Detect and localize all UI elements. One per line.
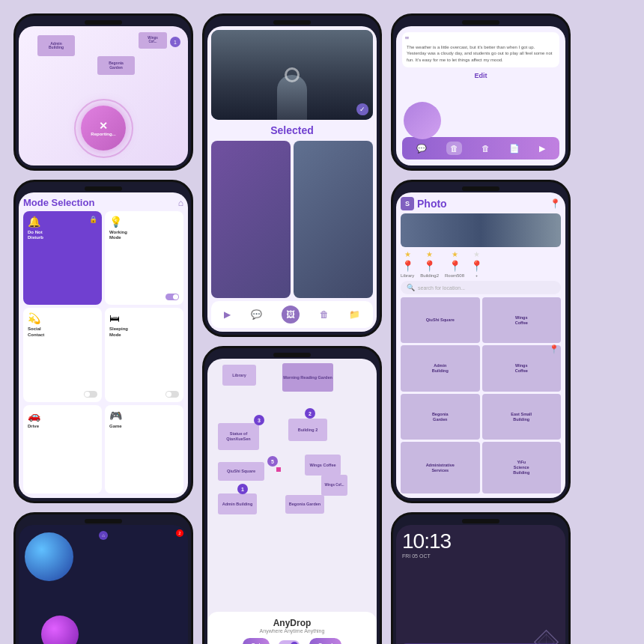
pin-library: 📍 (401, 260, 414, 272)
mode-title: Mode Selection (23, 197, 94, 208)
pin-building2: 📍 (423, 260, 436, 272)
social-label: SocialContact (28, 326, 44, 337)
map-wings2: Wings Cof... (321, 475, 347, 496)
screen-lockscreen: 10:13 FRI 05 OCT ANYDROP ANYDROP DESIGNE… (396, 525, 565, 644)
social-toggle[interactable] (84, 391, 97, 398)
map-reporting: 1 AdminBuilding BegoniaGarden WingsCof..… (19, 26, 188, 165)
screen-wallpaper: ⌂ 2 ‹ › (19, 525, 188, 644)
mode-social[interactable]: 💫 SocialContact (23, 308, 102, 401)
thumb-1[interactable] (211, 141, 291, 298)
cell-admin[interactable]: AdminBuilding (401, 345, 480, 391)
anydrop-controls: Set « » Send (215, 638, 369, 644)
phone-photo-location: S Photo 📍 ★ 📍 Library ★ 📍 Building2 (391, 180, 571, 503)
sleeping-label: SleepingMode (109, 326, 128, 337)
bookmarks-row: ★ 📍 Library ★ 📍 Building2 ★ 📍 Room508 ★ … (401, 250, 561, 278)
working-label: WorkingMode (109, 230, 127, 240)
pin-2: 2 (305, 408, 315, 419)
phone-photos: ✓ Selected ▶ 💬 🖼 🗑 📁 (202, 13, 382, 337)
building-wings: WingsCof... (139, 32, 167, 49)
cell-admin-svc[interactable]: AdministrativeServices (401, 442, 480, 493)
photo-thumbnails (211, 141, 373, 298)
car-icon: 🚗 (28, 410, 40, 422)
set-button[interactable]: Set (243, 638, 270, 644)
send-button[interactable]: Send (309, 638, 342, 644)
delete-icon[interactable]: 🗑 (320, 309, 329, 320)
pin-room508: 📍 (449, 260, 461, 272)
bookmark-library[interactable]: ★ 📍 Library (401, 250, 414, 278)
star-add: ★ (473, 250, 480, 258)
active-pin: 📍 (549, 344, 559, 354)
mode-dnd[interactable]: 🔔 Do NotDisturb 🔒 (23, 211, 102, 305)
image-tool-icon[interactable]: 🗑 (446, 142, 462, 155)
phone-reporting: 1 AdminBuilding BegoniaGarden WingsCof..… (13, 13, 193, 171)
message-icon[interactable]: 💬 (251, 309, 262, 320)
drive-label: Drive (28, 424, 39, 429)
location-map-grid: QiuShi Square WingsCoffee AdminBuilding … (401, 297, 561, 493)
selected-check: ✓ (358, 105, 368, 115)
lockscreen-content: 10:13 FRI 05 OCT ANYDROP ANYDROP DESIGNE… (396, 525, 565, 644)
folder-icon[interactable]: 📁 (349, 309, 360, 320)
purple-ball (41, 616, 79, 644)
phone-journal: ··· The weather is a little overcast, bu… (391, 13, 571, 171)
delete-tool-icon[interactable]: 🗑 (482, 144, 490, 153)
photo-toolbar: ▶ 💬 🖼 🗑 📁 (211, 301, 373, 328)
cell-wings1[interactable]: WingsCoffee (482, 297, 562, 343)
dnd-label: Do NotDisturb (28, 230, 43, 240)
location-search[interactable]: 🔍 search for location... (401, 281, 561, 294)
game-icon: 🎮 (109, 410, 122, 422)
screen-mode: Mode Selection ⌂ 🔔 Do NotDisturb 🔒 💡 Wor… (19, 192, 188, 498)
photos-content: ✓ Selected ▶ 💬 🖼 🗑 📁 (207, 26, 377, 332)
mode-content: Mode Selection ⌂ 🔔 Do NotDisturb 🔒 💡 Wor… (19, 192, 188, 498)
journal-toolbar: 💬 🗑 🗑 📄 ▶ (402, 137, 559, 160)
building-admin: AdminBuilding (37, 35, 75, 56)
selected-label: Selected (211, 124, 373, 136)
map-begonia: Begonia Garden (285, 495, 324, 514)
main-photo[interactable]: ✓ (211, 30, 373, 120)
cell-qiushi[interactable]: QiuShi Square (401, 297, 480, 343)
search-placeholder: search for location... (418, 285, 465, 291)
chat-tool-icon[interactable]: 💬 (416, 144, 427, 154)
mode-sleeping[interactable]: 🛏 SleepingMode (105, 308, 183, 401)
home-indicator[interactable]: ⌂ (99, 531, 108, 540)
lock-icon: 🔒 (89, 216, 97, 223)
mode-game[interactable]: 🎮 Game (105, 405, 183, 493)
reporting-button[interactable]: ✕ Reporting... (81, 106, 126, 151)
doc-tool-icon[interactable]: 📄 (509, 144, 520, 154)
working-toggle[interactable] (165, 294, 179, 300)
play-icon[interactable]: ▶ (224, 309, 231, 320)
anydrop-subtitle: Anywhere Anytime Anything (215, 628, 369, 634)
pin-add: 📍 (470, 260, 483, 272)
anydrop-bottom-panel: AnyDrop Anywhere Anytime Anything Set « … (207, 612, 377, 644)
photo-header: S Photo 📍 (401, 197, 561, 210)
sleeping-toggle[interactable] (165, 391, 179, 398)
image-icon[interactable]: 🖼 (282, 306, 300, 323)
clock-time: 10:13 (402, 531, 559, 552)
play-tool-icon[interactable]: ▶ (539, 144, 545, 154)
star-library: ★ (404, 250, 411, 258)
map-building2: Building 2 (288, 419, 327, 441)
mode-working[interactable]: 💡 WorkingMode (105, 211, 183, 305)
edit-button[interactable]: Edit (402, 72, 559, 79)
journal-content: ··· The weather is a little overcast, bu… (396, 26, 565, 165)
building-begonia: BegoniaGarden (97, 56, 135, 75)
cell-east[interactable]: East SmallBuilding (482, 394, 562, 440)
cell-begonia[interactable]: BegoniaGarden (401, 394, 480, 440)
thumb-2[interactable] (294, 141, 373, 298)
bookmark-building2[interactable]: ★ 📍 Building2 (420, 250, 439, 278)
map-wings-coffee: Wings Coffee (305, 455, 341, 476)
pin-1: 1 (237, 484, 248, 494)
clock-date: FRI 05 OCT (402, 553, 559, 559)
cell-wings2[interactable]: WingsCoffee 📍 (482, 345, 562, 391)
brand-logo (533, 629, 559, 644)
location-icon[interactable]: 📍 (550, 198, 561, 209)
screen-photo-location: S Photo 📍 ★ 📍 Library ★ 📍 Building2 (396, 192, 565, 498)
home-icon[interactable]: ⌂ (178, 198, 183, 208)
bookmark-add[interactable]: ★ 📍 + (470, 250, 483, 278)
photo-title: S Photo (401, 197, 447, 210)
mode-drive[interactable]: 🚗 Drive (23, 405, 102, 493)
bookmark-room508[interactable]: ★ 📍 Room508 (445, 250, 464, 278)
cell-yifu[interactable]: YiFuScienceBuilding (482, 442, 562, 493)
pin-5: 5 (267, 456, 278, 467)
wallpaper: ⌂ 2 ‹ › (19, 525, 188, 644)
direction-toggle[interactable] (279, 640, 300, 645)
